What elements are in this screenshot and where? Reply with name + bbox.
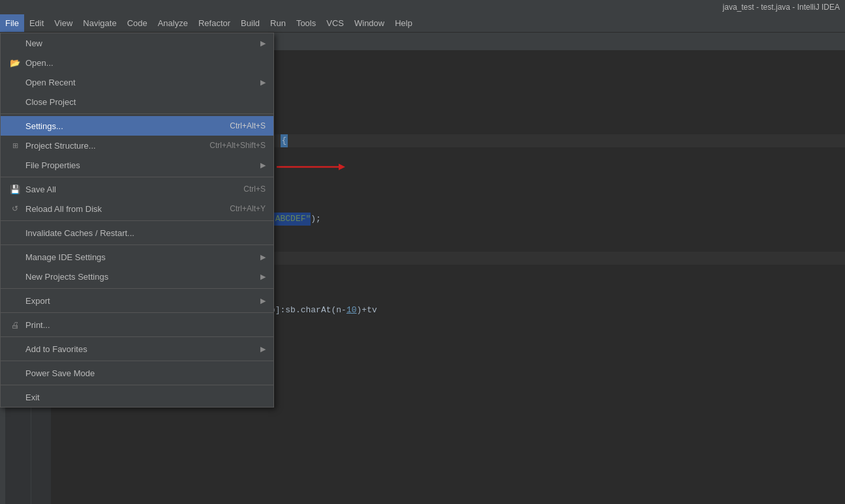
menu-item-file-properties[interactable]: File Properties ▶ <box>1 155 273 175</box>
save-all-shortcut: Ctrl+S <box>243 185 266 194</box>
file-properties-arrow: ▶ <box>260 161 266 170</box>
new-projects-arrow: ▶ <box>260 273 266 281</box>
open-recent-icon <box>8 76 22 89</box>
menu-item-reload-label: Reload All from Disk <box>25 204 217 214</box>
menu-item-project-structure-label: Project Structure... <box>25 141 196 151</box>
separator-4 <box>1 245 273 245</box>
menu-vcs[interactable]: VCS <box>321 14 349 32</box>
menu-window[interactable]: Window <box>349 14 390 32</box>
menu-item-new-label: New <box>25 38 255 48</box>
menu-item-settings-label: Settings... <box>25 121 217 131</box>
manage-ide-icon <box>8 250 22 263</box>
menu-item-export-label: Export <box>25 296 255 306</box>
menu-edit[interactable]: Edit <box>24 14 49 32</box>
settings-icon <box>8 119 22 132</box>
menu-item-invalidate[interactable]: Invalidate Caches / Restart... <box>1 223 273 243</box>
file-properties-icon <box>8 158 22 171</box>
exit-icon <box>8 391 22 404</box>
close-project-icon <box>8 95 22 108</box>
menu-item-new-projects-label: New Projects Settings <box>25 272 255 282</box>
menu-item-new[interactable]: New ▶ <box>1 33 273 53</box>
open-icon: 📂 <box>8 56 22 69</box>
export-arrow: ▶ <box>260 297 266 305</box>
separator-2 <box>1 177 273 177</box>
menu-help[interactable]: Help <box>390 14 418 32</box>
menu-code[interactable]: Code <box>122 14 153 32</box>
power-save-icon <box>8 366 22 379</box>
menu-item-close-project[interactable]: Close Project <box>1 92 273 111</box>
menu-analyze[interactable]: Analyze <box>153 14 193 32</box>
menu-item-print-label: Print... <box>25 320 266 330</box>
separator-7 <box>1 336 273 337</box>
menu-item-manage-ide-label: Manage IDE Settings <box>25 252 255 262</box>
menu-item-save-all-label: Save All <box>25 185 230 194</box>
menu-item-export[interactable]: Export ▶ <box>1 291 273 310</box>
menu-navigate[interactable]: Navigate <box>78 14 121 32</box>
separator-6 <box>1 312 273 313</box>
title-bar: java_test - test.java - IntelliJ IDEA <box>0 0 845 14</box>
invalidate-icon <box>8 226 22 239</box>
project-structure-icon: ⊞ <box>8 139 22 152</box>
menu-item-invalidate-label: Invalidate Caches / Restart... <box>25 228 266 238</box>
reload-shortcut: Ctrl+Alt+Y <box>230 204 266 213</box>
menu-run[interactable]: Run <box>265 14 291 32</box>
menu-item-settings[interactable]: Settings... Ctrl+Alt+S <box>1 116 273 136</box>
menu-tools[interactable]: Tools <box>291 14 321 32</box>
separator-3 <box>1 220 273 221</box>
print-icon: 🖨 <box>8 318 22 331</box>
menu-build[interactable]: Build <box>236 14 265 32</box>
reload-icon: ↺ <box>8 202 22 215</box>
separator-5 <box>1 288 273 289</box>
file-dropdown-menu: New ▶ 📂 Open... Open Recent ▶ Close Proj… <box>0 33 274 408</box>
menu-item-file-properties-label: File Properties <box>25 160 255 170</box>
save-all-icon: 💾 <box>8 183 22 196</box>
menu-item-add-favorites-label: Add to Favorites <box>25 344 255 354</box>
menu-view[interactable]: View <box>49 14 78 32</box>
menu-file[interactable]: File <box>0 14 24 32</box>
menu-item-print[interactable]: 🖨 Print... <box>1 315 273 334</box>
menu-item-project-structure[interactable]: ⊞ Project Structure... Ctrl+Alt+Shift+S <box>1 136 273 155</box>
menu-item-save-all[interactable]: 💾 Save All Ctrl+S <box>1 179 273 199</box>
new-projects-icon <box>8 270 22 283</box>
menu-bar: File Edit View Navigate Code Analyze Ref… <box>0 14 845 33</box>
add-favorites-icon <box>8 342 22 355</box>
menu-item-power-save-label: Power Save Mode <box>25 368 266 378</box>
menu-item-add-favorites[interactable]: Add to Favorites ▶ <box>1 339 273 359</box>
add-favorites-arrow: ▶ <box>260 345 266 353</box>
separator-8 <box>1 361 273 361</box>
export-icon <box>8 294 22 307</box>
open-recent-arrow: ▶ <box>260 78 266 87</box>
menu-item-new-projects[interactable]: New Projects Settings ▶ <box>1 267 273 286</box>
menu-item-power-save[interactable]: Power Save Mode <box>1 363 273 383</box>
manage-ide-arrow: ▶ <box>260 253 266 261</box>
menu-item-manage-ide[interactable]: Manage IDE Settings ▶ <box>1 247 273 267</box>
menu-item-exit-label: Exit <box>25 393 266 402</box>
menu-refactor[interactable]: Refactor <box>193 14 236 32</box>
project-structure-shortcut: Ctrl+Alt+Shift+S <box>209 141 266 150</box>
separator-1 <box>1 113 273 114</box>
menu-item-open-label: Open... <box>25 58 266 68</box>
new-icon <box>8 37 22 50</box>
new-arrow: ▶ <box>260 39 266 48</box>
separator-9 <box>1 385 273 385</box>
menu-item-exit[interactable]: Exit <box>1 387 273 407</box>
menu-item-reload[interactable]: ↺ Reload All from Disk Ctrl+Alt+Y <box>1 199 273 218</box>
menu-item-open-recent-label: Open Recent <box>25 78 255 87</box>
title-text: java_test - test.java - IntelliJ IDEA <box>723 3 840 12</box>
menu-item-open-recent[interactable]: Open Recent ▶ <box>1 72 273 92</box>
settings-shortcut: Ctrl+Alt+S <box>230 121 266 130</box>
menu-item-open[interactable]: 📂 Open... <box>1 53 273 72</box>
menu-item-close-project-label: Close Project <box>25 97 266 107</box>
